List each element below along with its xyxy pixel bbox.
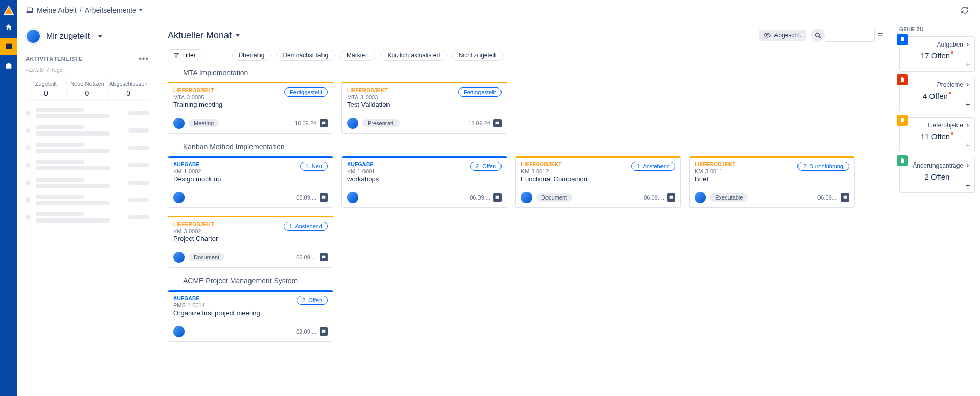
card-id: KM-1-0002	[173, 168, 221, 174]
svg-marker-0	[4, 6, 13, 15]
card-date: 06.09....	[470, 194, 490, 201]
goto-count: 11 Offen	[904, 132, 970, 141]
goto-card[interactable]: Lieferobjekte 11 Offen +	[899, 117, 975, 152]
visibility-pill[interactable]: Abgeschl.	[759, 30, 806, 41]
more-icon[interactable]: •••	[139, 54, 149, 63]
status-badge: 2. Offen	[297, 296, 328, 305]
add-button[interactable]: +	[904, 101, 970, 108]
clipboard-icon	[897, 115, 908, 126]
card-tag: Document	[189, 253, 224, 261]
card-type: LIEFEROBJEKT	[173, 87, 222, 93]
chevron-down-icon	[236, 34, 240, 37]
card-id: KM-1-0001	[347, 168, 379, 174]
goto-name[interactable]: Änderungsanträge	[913, 162, 970, 169]
comment-icon[interactable]	[320, 193, 328, 202]
card-date: 02.09....	[296, 328, 316, 335]
activity-stat: Neue Notizen0	[67, 78, 108, 100]
goto-card[interactable]: Änderungsanträge 2 Offen +	[899, 158, 975, 193]
svg-point-4	[767, 34, 769, 36]
card-type: AUFGABE	[173, 162, 221, 167]
search-button[interactable]	[811, 29, 825, 42]
breadcrumb-root[interactable]: Meine Arbeit	[37, 6, 77, 14]
list-menu-icon[interactable]	[875, 29, 886, 42]
card-tag: Document	[536, 193, 572, 202]
card-date: 06.09....	[817, 194, 838, 201]
filter-button[interactable]: Filter	[168, 49, 201, 61]
avatar[interactable]	[173, 326, 185, 337]
refresh-button[interactable]	[958, 3, 972, 17]
clipboard-icon	[897, 155, 908, 166]
status-badge: 2. Offen	[470, 162, 502, 171]
status-badge: 2. Durchführung	[797, 162, 849, 171]
comment-icon[interactable]	[493, 193, 502, 202]
work-item-card[interactable]: AUFGABE KM-1-0002 Design mock up 1. Neu …	[168, 156, 333, 208]
work-item-card[interactable]: LIEFEROBJEKT MTA-3-0005 Training meeting…	[168, 82, 333, 134]
filter-chip[interactable]: Überfällig	[232, 50, 271, 61]
comment-icon[interactable]	[320, 253, 328, 261]
work-item-card[interactable]: AUFGABE KM-1-0001 workshops 2. Offen 06.…	[341, 156, 507, 208]
avatar[interactable]	[173, 118, 185, 129]
stat-value: 0	[26, 89, 66, 97]
visibility-pill-label: Abgeschl.	[774, 32, 801, 39]
filter-chip[interactable]: Nicht zugeteilt	[452, 50, 504, 61]
work-item-card[interactable]: LIEFEROBJEKT KM-3-0012 Functional Compan…	[515, 156, 681, 208]
search-input[interactable]	[826, 29, 875, 42]
avatar[interactable]	[695, 192, 706, 203]
avatar[interactable]	[347, 118, 358, 129]
work-item-card[interactable]: LIEFEROBJEKT KM-3-0002 Project Charter 1…	[168, 216, 333, 268]
add-button[interactable]: +	[904, 182, 970, 189]
board-title[interactable]: Aktueller Monat	[168, 30, 240, 41]
work-item-card[interactable]: AUFGABE PMS-1-0014 Organize first projec…	[168, 290, 333, 342]
goto-count: 4 Offen	[904, 92, 970, 100]
card-id: KM-3-0012	[521, 168, 587, 174]
status-badge: 1. Anstehend	[631, 162, 675, 171]
svg-rect-11	[902, 118, 903, 119]
left-rail	[0, 0, 17, 396]
work-item-card[interactable]: LIEFEROBJEKT KM-3-0011 Brief 2. Durchfüh…	[689, 156, 855, 208]
goto-name[interactable]: Probleme	[937, 81, 970, 89]
goto-name[interactable]: Lieferobjekte	[928, 122, 970, 129]
goto-card[interactable]: Aufgaben 17 Offen +	[899, 36, 975, 72]
app-logo-icon	[3, 5, 14, 16]
goto-label: GEHE ZU	[899, 27, 975, 32]
card-id: KM-3-0002	[173, 228, 218, 234]
work-item-card[interactable]: LIEFEROBJEKT MTA-3-0003 Test Validation …	[341, 82, 507, 134]
avatar[interactable]	[173, 252, 185, 263]
rail-briefcase[interactable]	[0, 57, 17, 75]
comment-icon[interactable]	[320, 119, 328, 127]
card-type: LIEFEROBJEKT	[347, 87, 390, 93]
avatar[interactable]	[347, 192, 358, 203]
rail-my-work[interactable]	[0, 38, 17, 55]
laptop-icon	[26, 6, 34, 14]
rail-home[interactable]	[0, 18, 17, 36]
svg-rect-10	[901, 118, 904, 122]
card-date: 18.09.24	[294, 120, 316, 126]
comment-icon[interactable]	[493, 119, 502, 127]
add-button[interactable]: +	[904, 61, 970, 68]
avatar[interactable]	[26, 29, 41, 44]
comment-icon[interactable]	[841, 193, 849, 202]
chevron-down-icon[interactable]	[98, 35, 102, 38]
card-type: AUFGABE	[347, 162, 379, 167]
topbar: Meine Arbeit / Arbeitselemente	[17, 0, 980, 20]
clipboard-icon	[897, 34, 908, 45]
section: ACME Project Management System AUFGABE P…	[168, 277, 886, 342]
goto-name[interactable]: Aufgaben	[937, 41, 970, 48]
avatar[interactable]	[521, 192, 532, 203]
activity-title[interactable]: Mir zugeteilt	[46, 32, 90, 41]
filter-chip[interactable]: Demnächst fällig	[276, 50, 335, 61]
card-date: 06.09....	[644, 194, 664, 201]
filter-button-label: Filter	[182, 52, 196, 59]
filter-chip[interactable]: Kürzlich aktualisiert	[380, 50, 446, 61]
filter-chip[interactable]: Markiert	[340, 50, 375, 61]
card-tag: Meeting	[189, 119, 219, 127]
card-title: workshops	[347, 175, 379, 183]
breadcrumb-current[interactable]: Arbeitselemente	[85, 6, 143, 14]
add-button[interactable]: +	[904, 142, 970, 149]
card-type: LIEFEROBJEKT	[695, 162, 736, 167]
comment-icon[interactable]	[667, 193, 675, 202]
card-type: LIEFEROBJEKT	[173, 222, 218, 227]
avatar[interactable]	[173, 192, 185, 203]
goto-card[interactable]: Probleme 4 Offen +	[899, 77, 975, 112]
comment-icon[interactable]	[320, 327, 328, 336]
